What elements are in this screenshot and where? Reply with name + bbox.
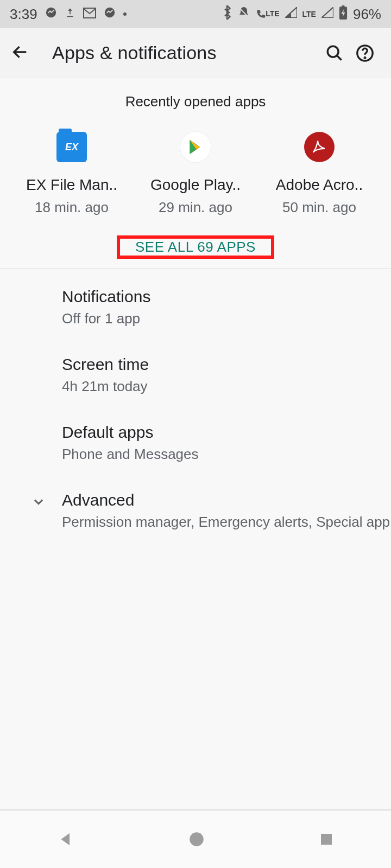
nav-home-button[interactable] [187, 830, 206, 848]
google-play-icon [180, 132, 211, 162]
row-title: Notifications [62, 288, 375, 306]
volte-call-icon: LTE [256, 9, 279, 19]
app-time: 29 min. ago [159, 199, 232, 216]
row-default-apps[interactable]: Default apps Phone and Messages [0, 409, 391, 477]
upload-icon [65, 7, 75, 22]
recent-apps-row: EX EX File Man.. 18 min. ago Google Play… [0, 121, 391, 221]
svg-rect-9 [321, 834, 332, 845]
gmail-icon [83, 7, 96, 22]
search-button[interactable] [319, 44, 350, 62]
system-nav-bar [0, 809, 391, 868]
messenger-icon-2 [104, 7, 116, 22]
app-time: 18 min. ago [35, 199, 109, 216]
page-title: Apps & notifications [52, 42, 217, 63]
row-title: Default apps [62, 423, 375, 442]
back-button[interactable] [11, 43, 33, 63]
row-subtitle: Phone and Messages [62, 446, 375, 463]
svg-point-5 [327, 46, 338, 57]
nav-back-button[interactable] [56, 830, 75, 848]
row-subtitle: Off for 1 app [62, 310, 375, 327]
signal-icon-2 [321, 7, 333, 21]
nav-recent-button[interactable] [318, 831, 335, 847]
see-all-apps-button[interactable]: SEE ALL 69 APPS [120, 231, 271, 263]
recent-app-ex-file-manager[interactable]: EX EX File Man.. 18 min. ago [17, 132, 126, 216]
battery-charging-icon [339, 5, 348, 23]
status-clock: 3:39 [10, 6, 37, 23]
recent-app-adobe-acrobat[interactable]: Adobe Acro.. 50 min. ago [265, 132, 374, 216]
row-subtitle: Permission manager, Emergency alerts, Sp… [62, 514, 391, 531]
help-button[interactable] [350, 44, 380, 62]
adobe-acrobat-icon [304, 132, 335, 162]
status-bar: 3:39 LTE LTE [0, 0, 391, 28]
row-screen-time[interactable]: Screen time 4h 21m today [0, 341, 391, 409]
row-title: Advanced [62, 491, 391, 509]
see-all-highlight: SEE ALL 69 APPS [117, 235, 274, 259]
svg-rect-4 [342, 5, 345, 8]
bluetooth-icon [222, 5, 232, 23]
overflow-dot-icon [123, 12, 127, 16]
app-bar: Apps & notifications [0, 28, 391, 78]
recent-app-google-play[interactable]: Google Play.. 29 min. ago [141, 132, 250, 216]
row-notifications[interactable]: Notifications Off for 1 app [0, 273, 391, 341]
recent-apps-header: Recently opened apps [0, 78, 391, 121]
app-name: Adobe Acro.. [276, 176, 363, 194]
app-name: EX File Man.. [26, 176, 117, 194]
lte-label: LTE [302, 10, 316, 18]
signal-icon-1 [285, 7, 297, 21]
row-advanced[interactable]: Advanced Permission manager, Emergency a… [0, 477, 391, 545]
app-time: 50 min. ago [282, 199, 356, 216]
row-title: Screen time [62, 355, 375, 374]
messenger-icon [45, 7, 57, 22]
ex-file-manager-icon: EX [56, 132, 87, 162]
battery-percent: 96% [353, 6, 381, 23]
row-subtitle: 4h 21m today [62, 378, 375, 395]
dnd-off-icon [237, 6, 250, 22]
app-name: Google Play.. [150, 176, 241, 194]
svg-point-7 [364, 57, 365, 58]
expand-icon [15, 491, 62, 509]
svg-point-8 [190, 832, 204, 846]
